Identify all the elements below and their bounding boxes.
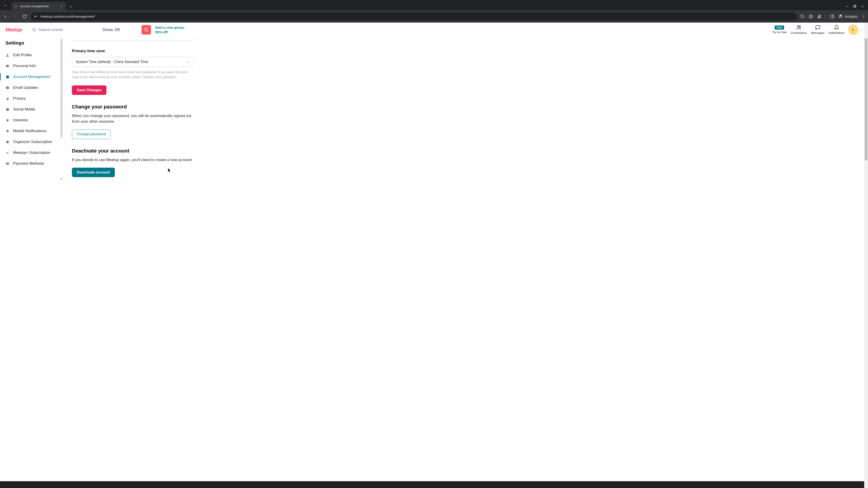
svg-point-9 (35, 16, 35, 17)
try-pro-label: Try for free (772, 31, 786, 34)
language-select-partial[interactable] (72, 37, 194, 41)
sidebar-item-label: Organizer Subscription (13, 140, 52, 144)
sidebar-item-label: Payment Methods (13, 161, 44, 166)
scroll-down-arrow-icon[interactable]: ▼ (60, 177, 63, 181)
back-icon[interactable] (2, 13, 8, 20)
incognito-indicator[interactable]: Incognito (838, 14, 858, 19)
side-panel-icon[interactable] (830, 14, 834, 19)
sidebar-item-interests[interactable]: Interests (5, 115, 63, 126)
connections-label: Connections (791, 31, 807, 35)
main-content: Primary time zone System Time (default) … (63, 37, 266, 488)
sidebar-item-email-updates[interactable]: Email Updates (5, 82, 63, 93)
settings-sidebar: Settings Edit Profile Personal Info Acco… (0, 37, 63, 488)
try-pro-link[interactable]: PRO Try for free (772, 26, 786, 34)
browser-tab[interactable]: Account management (11, 2, 66, 10)
sidebar-item-label: Privacy (13, 96, 26, 101)
reload-icon[interactable] (21, 13, 28, 20)
minimize-icon[interactable] (846, 5, 848, 8)
search-events-field[interactable] (38, 28, 100, 32)
sidebar-item-label: Email Updates (13, 86, 38, 90)
sidebar-item-account-management[interactable]: Account Management (5, 71, 63, 82)
forward-icon[interactable] (12, 13, 18, 20)
deactivate-text: If you decide to use Meetup again, you'l… (72, 157, 194, 163)
sidebar-item-label: Account Management (13, 74, 51, 79)
change-password-text: When you change your password, you will … (72, 113, 194, 125)
page-footer (0, 481, 864, 488)
search-icon (144, 28, 149, 32)
svg-rect-31 (6, 98, 8, 100)
sidebar-item-payment-methods[interactable]: Payment Methods (5, 158, 63, 169)
svg-rect-28 (6, 65, 9, 67)
connections-icon (796, 25, 802, 30)
sidebar-item-organizer-subscription[interactable]: Organizer Subscription (5, 136, 63, 147)
messages-label: Messages (811, 31, 825, 35)
meetup-favicon-icon (14, 4, 18, 8)
svg-point-17 (864, 15, 864, 15)
tab-title: Account management (20, 4, 58, 8)
pro-badge: PRO (775, 26, 784, 30)
svg-point-34 (6, 140, 8, 143)
sidebar-item-label: Interests (13, 118, 28, 123)
save-changes-button[interactable]: Save Changes (72, 86, 106, 95)
lock-icon (5, 96, 9, 101)
change-password-button[interactable]: Change password (72, 129, 111, 139)
url-bar[interactable]: meetup.com/account/management/ (31, 12, 797, 21)
notifications-label: Notifications (829, 31, 844, 35)
sidebar-scrollbar[interactable]: ▼ (60, 37, 63, 141)
search-submit-button[interactable] (142, 25, 151, 35)
extensions-icon[interactable] (817, 14, 821, 19)
deactivate-account-button[interactable]: Deactivate account (72, 168, 115, 177)
sidebar-item-meetup-plus-subscription[interactable]: Meetup+ Subscription (5, 147, 63, 158)
svg-point-27 (7, 54, 8, 55)
change-password-heading: Change your password (72, 104, 257, 110)
site-header: Meetup Dover, DE Start a new group - 30%… (0, 23, 868, 37)
close-window-icon[interactable] (861, 5, 864, 8)
share-icon (5, 107, 9, 111)
sidebar-item-label: Social Media (13, 107, 35, 111)
svg-line-22 (35, 31, 36, 31)
site-info-icon[interactable] (34, 14, 38, 18)
search-location[interactable]: Dover, DE (103, 28, 139, 32)
sidebar-item-privacy[interactable]: Privacy (5, 93, 63, 104)
timezone-value: System Time (default) - China Standard T… (76, 60, 148, 64)
browser-address-bar: meetup.com/account/management/ | Incogni… (0, 10, 868, 23)
sidebar-item-social-media[interactable]: Social Media (5, 104, 63, 115)
credit-card-icon (5, 162, 9, 166)
incognito-label: Incognito (845, 15, 858, 18)
person-icon (5, 53, 9, 57)
deactivate-heading: Deactivate your account (72, 148, 257, 154)
new-tab-button[interactable] (69, 5, 72, 8)
notifications-link[interactable]: Notifications (829, 25, 844, 35)
gear-icon (5, 75, 9, 79)
svg-marker-33 (6, 119, 9, 122)
search-icon[interactable] (800, 14, 804, 19)
browser-menu-icon[interactable] (862, 14, 866, 19)
sidebar-item-label: Personal Info (13, 64, 36, 68)
search-events-input[interactable] (32, 28, 100, 32)
svg-rect-35 (6, 162, 9, 164)
svg-rect-32 (6, 108, 8, 110)
svg-rect-15 (831, 15, 834, 18)
timezone-help-text: Your choice will influence how event tim… (72, 70, 194, 79)
sidebar-item-edit-profile[interactable]: Edit Profile (5, 50, 63, 61)
profile-menu[interactable]: L (848, 25, 863, 35)
window-controls (846, 5, 868, 10)
maximize-icon[interactable] (853, 5, 856, 8)
sidebar-item-label: Edit Profile (13, 53, 32, 57)
mouse-cursor-icon (168, 168, 172, 173)
start-group-promo-link[interactable]: Start a new group - 30% off! (155, 25, 187, 34)
sidebar-item-mobile-notifications[interactable]: Mobile Notifications (5, 126, 63, 136)
sidebar-item-personal-info[interactable]: Personal Info (5, 61, 63, 71)
connections-link[interactable]: Connections (791, 25, 807, 35)
svg-point-12 (801, 15, 804, 18)
bookmark-star-icon[interactable] (809, 14, 813, 19)
messages-link[interactable]: Messages (811, 25, 825, 35)
svg-rect-6 (854, 6, 855, 7)
meetup-plus-icon (5, 151, 9, 155)
svg-rect-30 (6, 87, 9, 89)
tab-close-icon[interactable] (60, 5, 63, 7)
timezone-select[interactable]: System Time (default) - China Standard T… (72, 57, 194, 67)
meetup-logo[interactable]: Meetup (5, 26, 28, 33)
tab-search-dropdown[interactable] (0, 0, 10, 10)
badge-icon (5, 140, 9, 144)
